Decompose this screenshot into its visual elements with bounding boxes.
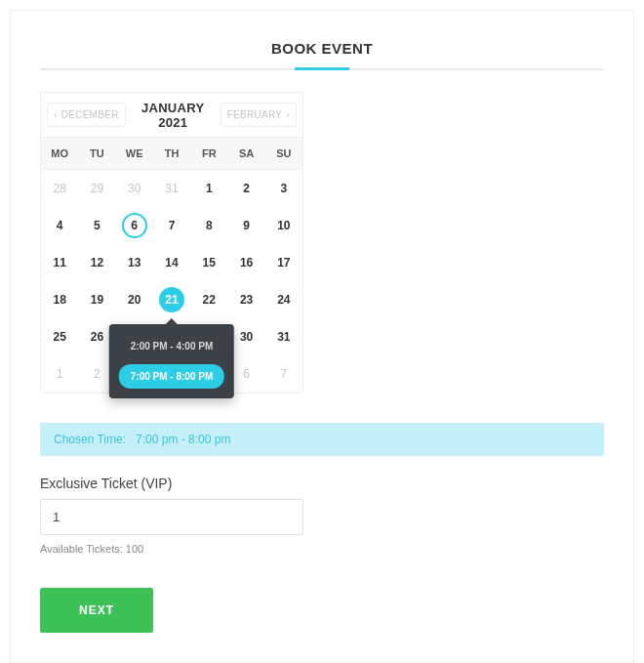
weekday-header: SU xyxy=(265,138,302,170)
calendar-day: 29 xyxy=(78,170,115,207)
calendar-day[interactable]: 15 xyxy=(190,244,227,281)
calendar-day[interactable]: 11 xyxy=(41,244,78,281)
calendar-day[interactable]: 6 xyxy=(116,207,153,244)
weekday-header: SA xyxy=(227,138,264,170)
prev-month-button[interactable]: ‹ DECEMBER xyxy=(47,103,126,127)
calendar-day[interactable]: 13 xyxy=(116,244,153,281)
weekday-header: TH xyxy=(153,138,190,170)
calendar-day[interactable]: 10 xyxy=(265,207,302,244)
next-month-label: FEBRUARY xyxy=(227,109,283,120)
next-button[interactable]: NEXT xyxy=(40,588,153,633)
calendar-day[interactable]: 19 xyxy=(78,281,115,318)
calendar-grid: MOTUWETHFRSASU28293031123456789101112131… xyxy=(41,138,302,393)
calendar: ‹ DECEMBER JANUARY 2021 FEBRUARY › MOTUW… xyxy=(40,92,303,394)
calendar-day[interactable]: 16 xyxy=(227,244,264,281)
available-tickets-count: 100 xyxy=(126,543,143,555)
calendar-day[interactable]: 24 xyxy=(265,281,302,318)
available-tickets-label: Available Tickets: xyxy=(40,543,123,555)
weekday-header: MO xyxy=(41,138,78,170)
ticket-quantity-input[interactable] xyxy=(40,499,303,535)
weekday-header: FR xyxy=(190,138,227,170)
calendar-day[interactable]: 8 xyxy=(190,207,227,244)
calendar-day[interactable]: 1 xyxy=(190,170,227,207)
weekday-header: TU xyxy=(78,138,115,170)
calendar-nav: ‹ DECEMBER JANUARY 2021 FEBRUARY › xyxy=(41,93,302,138)
calendar-day: 30 xyxy=(116,170,153,207)
calendar-day[interactable]: 9 xyxy=(227,207,264,244)
calendar-day[interactable]: 212:00 PM - 4:00 PM7:00 PM - 8:00 PM xyxy=(153,281,190,318)
time-slot[interactable]: 2:00 PM - 4:00 PM xyxy=(119,334,224,358)
calendar-day[interactable]: 23 xyxy=(227,281,264,318)
chosen-time-value: 7:00 pm - 8:00 pm xyxy=(136,433,230,446)
calendar-day[interactable]: 31 xyxy=(265,318,302,355)
ticket-label: Exclusive Ticket (VIP) xyxy=(40,476,604,491)
calendar-day[interactable]: 17 xyxy=(265,244,302,281)
calendar-day[interactable]: 25 xyxy=(41,318,78,355)
calendar-day[interactable]: 7 xyxy=(153,207,190,244)
time-slot[interactable]: 7:00 PM - 8:00 PM xyxy=(119,364,224,389)
calendar-day[interactable]: 5 xyxy=(78,207,115,244)
chosen-time-label: Chosen Time: xyxy=(54,433,126,446)
calendar-day[interactable]: 14 xyxy=(153,244,190,281)
calendar-day: 28 xyxy=(41,170,78,207)
calendar-day[interactable]: 12 xyxy=(78,244,115,281)
calendar-day[interactable]: 22 xyxy=(190,281,227,318)
time-slot-tooltip: 2:00 PM - 4:00 PM7:00 PM - 8:00 PM xyxy=(109,324,234,398)
calendar-day[interactable]: 20 xyxy=(116,281,153,318)
calendar-day[interactable]: 18 xyxy=(41,281,78,318)
page-title: BOOK EVENT xyxy=(40,40,604,68)
calendar-day[interactable]: 4 xyxy=(41,207,78,244)
chevron-right-icon: › xyxy=(286,109,290,120)
prev-month-label: DECEMBER xyxy=(61,109,119,120)
next-month-button[interactable]: FEBRUARY › xyxy=(221,103,297,127)
available-tickets: Available Tickets: 100 xyxy=(40,543,604,555)
chevron-left-icon: ‹ xyxy=(54,109,58,120)
calendar-day: 31 xyxy=(153,170,190,207)
calendar-day: 1 xyxy=(41,355,78,393)
weekday-header: WE xyxy=(116,138,153,170)
current-month-label: JANUARY 2021 xyxy=(130,101,217,130)
calendar-day[interactable]: 3 xyxy=(265,170,302,207)
booking-panel: BOOK EVENT ‹ DECEMBER JANUARY 2021 FEBRU… xyxy=(10,10,634,663)
title-divider xyxy=(40,68,604,70)
chosen-time-banner: Chosen Time: 7:00 pm - 8:00 pm xyxy=(40,423,604,456)
calendar-day[interactable]: 2 xyxy=(227,170,264,207)
calendar-day: 7 xyxy=(265,355,302,393)
